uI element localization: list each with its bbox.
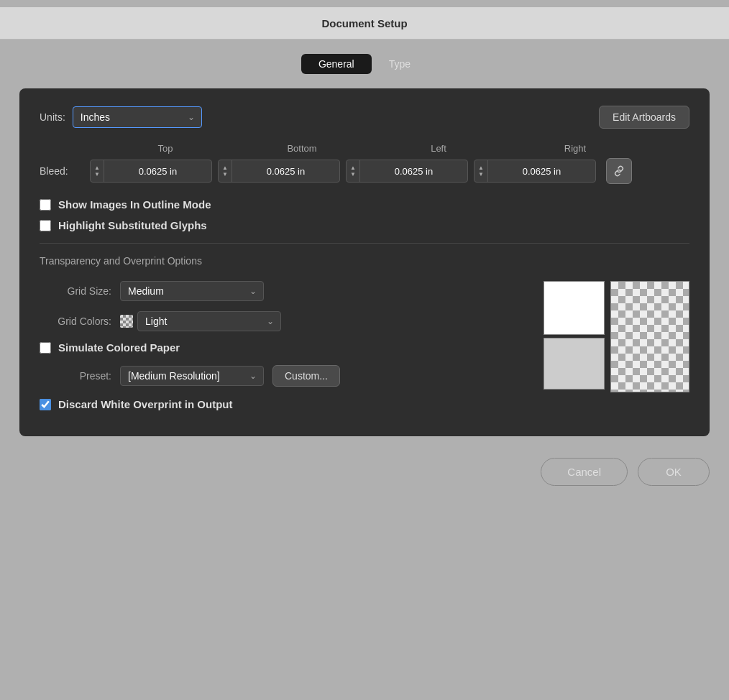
preview-top xyxy=(544,281,689,392)
preset-row: Preset: [Screen] [Medium Resolution] [Hi… xyxy=(40,365,529,387)
transparency-preview xyxy=(544,281,689,392)
bleed-bottom-spinner[interactable]: ▲ ▼ xyxy=(219,160,232,182)
show-images-label: Show Images In Outline Mode xyxy=(58,198,211,211)
bleed-right-spinner[interactable]: ▲ ▼ xyxy=(474,160,488,182)
units-row: Units: Inches Centimeters Millimeters Pi… xyxy=(40,106,689,129)
spinner-up-icon[interactable]: ▲ xyxy=(94,165,100,171)
grid-size-select-wrapper[interactable]: Small Medium Large xyxy=(120,281,264,301)
preset-label: Preset: xyxy=(40,370,111,382)
units-select[interactable]: Inches Centimeters Millimeters Pixels Po… xyxy=(73,106,202,128)
units-left: Units: Inches Centimeters Millimeters Pi… xyxy=(40,106,202,128)
grid-size-row: Grid Size: Small Medium Large xyxy=(40,281,529,301)
spinner-up-icon[interactable]: ▲ xyxy=(350,165,356,171)
transparency-section-title: Transparency and Overprint Options xyxy=(40,255,689,267)
spinner-up-icon[interactable]: ▲ xyxy=(222,165,228,171)
show-images-row: Show Images In Outline Mode xyxy=(40,198,689,211)
bleed-label: Bleed: xyxy=(40,165,90,177)
bleed-section: Top Bottom Left Right Bleed: ▲ ▼ 0.0625 … xyxy=(40,143,689,184)
divider-1 xyxy=(40,243,689,244)
bleed-left-spinner[interactable]: ▲ ▼ xyxy=(347,160,360,182)
cancel-button[interactable]: Cancel xyxy=(541,458,628,486)
edit-artboards-button[interactable]: Edit Artboards xyxy=(599,106,689,129)
simulate-paper-label: Simulate Colored Paper xyxy=(58,341,180,354)
checker-preview xyxy=(610,281,689,392)
bleed-top-spinner[interactable]: ▲ ▼ xyxy=(91,160,104,182)
highlight-glyphs-row: Highlight Substituted Glyphs xyxy=(40,219,689,231)
transparency-controls: Grid Size: Small Medium Large Grid Color… xyxy=(40,281,529,419)
bleed-right-value: 0.0625 in xyxy=(488,166,595,177)
dialog-window: Document Setup General Type Units: Inche… xyxy=(0,0,729,700)
simulate-paper-checkbox[interactable] xyxy=(40,342,51,354)
grid-colors-label: Grid Colors: xyxy=(40,316,111,327)
bleed-left-value: 0.0625 in xyxy=(360,166,467,177)
spinner-down-icon[interactable]: ▼ xyxy=(350,172,356,178)
spinner-down-icon[interactable]: ▼ xyxy=(222,172,228,178)
checker-icon xyxy=(120,315,133,328)
transparency-grid: Grid Size: Small Medium Large Grid Color… xyxy=(40,281,689,419)
tab-type[interactable]: Type xyxy=(372,54,428,74)
solid-gray-preview xyxy=(544,338,605,390)
bleed-row: Bleed: ▲ ▼ 0.0625 in ▲ ▼ 0.0625 i xyxy=(40,158,689,184)
bleed-left-input[interactable]: ▲ ▼ 0.0625 in xyxy=(346,160,468,183)
grid-colors-select-wrapper[interactable]: Light Medium Dark Custom xyxy=(137,311,281,331)
spinner-down-icon[interactable]: ▼ xyxy=(478,172,484,178)
bleed-header-bottom: Bottom xyxy=(234,143,370,154)
bleed-right-input[interactable]: ▲ ▼ 0.0625 in xyxy=(474,160,596,183)
tab-general[interactable]: General xyxy=(301,54,372,74)
units-label: Units: xyxy=(40,111,65,123)
discard-overprint-row: Discard White Overprint in Output xyxy=(40,398,529,410)
preset-select-wrapper[interactable]: [Screen] [Medium Resolution] [High Resol… xyxy=(120,366,264,386)
link-icon xyxy=(613,165,625,178)
ok-button[interactable]: OK xyxy=(638,458,710,486)
bleed-bottom-value: 0.0625 in xyxy=(232,166,339,177)
discard-overprint-label: Discard White Overprint in Output xyxy=(58,398,233,410)
grid-colors-select[interactable]: Light Medium Dark Custom xyxy=(137,311,281,331)
link-values-button[interactable] xyxy=(606,158,632,184)
grid-colors-row: Grid Colors: Light Medium Dark Custom xyxy=(40,311,529,331)
preset-select[interactable]: [Screen] [Medium Resolution] [High Resol… xyxy=(120,366,264,386)
grid-colors-control: Light Medium Dark Custom xyxy=(120,311,281,331)
spinner-up-icon[interactable]: ▲ xyxy=(478,165,484,171)
bleed-bottom-input[interactable]: ▲ ▼ 0.0625 in xyxy=(218,160,340,183)
bleed-header-left: Left xyxy=(370,143,507,154)
units-select-wrapper[interactable]: Inches Centimeters Millimeters Pixels Po… xyxy=(73,106,202,128)
dialog-title: Document Setup xyxy=(321,17,407,29)
highlight-glyphs-label: Highlight Substituted Glyphs xyxy=(58,219,207,231)
main-panel: Units: Inches Centimeters Millimeters Pi… xyxy=(19,88,710,436)
highlight-glyphs-checkbox[interactable] xyxy=(40,220,51,231)
bleed-headers: Top Bottom Left Right xyxy=(97,143,689,154)
discard-overprint-checkbox[interactable] xyxy=(40,399,51,410)
bleed-top-value: 0.0625 in xyxy=(104,166,211,177)
grid-size-label: Grid Size: xyxy=(40,285,111,297)
grid-size-select[interactable]: Small Medium Large xyxy=(120,281,264,301)
bleed-header-top: Top xyxy=(97,143,234,154)
spinner-down-icon[interactable]: ▼ xyxy=(94,172,100,178)
solid-white-preview xyxy=(544,281,605,335)
bottom-buttons: Cancel OK xyxy=(19,458,710,486)
show-images-checkbox[interactable] xyxy=(40,199,51,211)
tab-bar: General Type xyxy=(301,54,428,74)
bleed-header-right: Right xyxy=(507,143,643,154)
dialog-content: General Type Units: Inches Centimeters M… xyxy=(0,40,729,700)
bleed-top-input[interactable]: ▲ ▼ 0.0625 in xyxy=(90,160,212,183)
simulate-paper-row: Simulate Colored Paper xyxy=(40,341,529,354)
custom-button[interactable]: Custom... xyxy=(272,365,340,387)
